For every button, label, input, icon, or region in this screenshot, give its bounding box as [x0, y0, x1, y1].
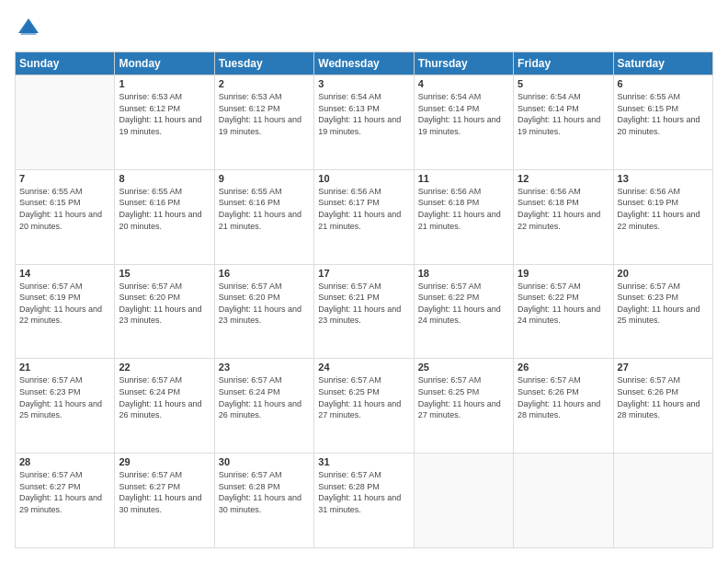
day-cell: 4Sunrise: 6:54 AM Sunset: 6:14 PM Daylig…: [414, 75, 513, 170]
day-info: Sunrise: 6:57 AM Sunset: 6:26 PM Dayligh…: [618, 374, 709, 420]
day-number: 17: [318, 268, 409, 279]
day-number: 20: [618, 268, 709, 279]
day-cell: [414, 454, 513, 548]
day-info: Sunrise: 6:57 AM Sunset: 6:21 PM Dayligh…: [318, 281, 409, 327]
day-number: 23: [219, 362, 310, 373]
day-info: Sunrise: 6:57 AM Sunset: 6:19 PM Dayligh…: [19, 281, 110, 327]
day-cell: [613, 454, 712, 548]
day-number: 21: [19, 362, 110, 373]
header: [15, 15, 713, 42]
day-info: Sunrise: 6:56 AM Sunset: 6:17 PM Dayligh…: [318, 186, 409, 232]
day-number: 4: [418, 78, 509, 89]
day-number: 1: [119, 78, 210, 89]
day-number: 22: [119, 362, 210, 373]
day-cell: 2Sunrise: 6:53 AM Sunset: 6:12 PM Daylig…: [214, 75, 313, 170]
day-number: 30: [219, 456, 310, 467]
day-info: Sunrise: 6:57 AM Sunset: 6:22 PM Dayligh…: [518, 281, 609, 327]
day-number: 6: [618, 78, 709, 89]
day-cell: 23Sunrise: 6:57 AM Sunset: 6:24 PM Dayli…: [214, 359, 313, 454]
day-info: Sunrise: 6:57 AM Sunset: 6:23 PM Dayligh…: [618, 281, 709, 327]
day-cell: 20Sunrise: 6:57 AM Sunset: 6:23 PM Dayli…: [613, 264, 712, 359]
day-cell: 8Sunrise: 6:55 AM Sunset: 6:16 PM Daylig…: [115, 169, 214, 264]
day-cell: 19Sunrise: 6:57 AM Sunset: 6:22 PM Dayli…: [514, 264, 613, 359]
day-number: 29: [119, 456, 210, 467]
day-number: 24: [318, 362, 409, 373]
day-info: Sunrise: 6:55 AM Sunset: 6:16 PM Dayligh…: [219, 186, 310, 232]
day-info: Sunrise: 6:57 AM Sunset: 6:27 PM Dayligh…: [19, 469, 110, 515]
day-info: Sunrise: 6:53 AM Sunset: 6:12 PM Dayligh…: [219, 91, 310, 137]
header-cell-monday: Monday: [115, 52, 214, 75]
day-info: Sunrise: 6:57 AM Sunset: 6:24 PM Dayligh…: [219, 374, 310, 420]
day-number: 5: [518, 78, 609, 89]
day-info: Sunrise: 6:54 AM Sunset: 6:13 PM Dayligh…: [318, 91, 409, 137]
day-cell: 17Sunrise: 6:57 AM Sunset: 6:21 PM Dayli…: [314, 264, 414, 359]
day-info: Sunrise: 6:53 AM Sunset: 6:12 PM Dayligh…: [119, 91, 210, 137]
day-cell: 21Sunrise: 6:57 AM Sunset: 6:23 PM Dayli…: [16, 359, 115, 454]
day-info: Sunrise: 6:55 AM Sunset: 6:16 PM Dayligh…: [119, 186, 210, 232]
calendar-table: SundayMondayTuesdayWednesdayThursdayFrid…: [15, 52, 713, 548]
day-info: Sunrise: 6:57 AM Sunset: 6:22 PM Dayligh…: [418, 281, 509, 327]
day-cell: 6Sunrise: 6:55 AM Sunset: 6:15 PM Daylig…: [613, 75, 712, 170]
day-info: Sunrise: 6:57 AM Sunset: 6:28 PM Dayligh…: [318, 469, 409, 515]
day-cell: 16Sunrise: 6:57 AM Sunset: 6:20 PM Dayli…: [214, 264, 313, 359]
day-number: 19: [518, 268, 609, 279]
day-info: Sunrise: 6:57 AM Sunset: 6:24 PM Dayligh…: [119, 374, 210, 420]
day-cell: 25Sunrise: 6:57 AM Sunset: 6:25 PM Dayli…: [414, 359, 513, 454]
day-cell: 14Sunrise: 6:57 AM Sunset: 6:19 PM Dayli…: [16, 264, 115, 359]
day-info: Sunrise: 6:56 AM Sunset: 6:18 PM Dayligh…: [418, 186, 509, 232]
day-number: 18: [418, 268, 509, 279]
day-number: 14: [19, 268, 110, 279]
day-cell: 3Sunrise: 6:54 AM Sunset: 6:13 PM Daylig…: [314, 75, 414, 170]
day-info: Sunrise: 6:55 AM Sunset: 6:15 PM Dayligh…: [618, 91, 709, 137]
day-cell: 1Sunrise: 6:53 AM Sunset: 6:12 PM Daylig…: [115, 75, 214, 170]
day-number: 10: [318, 173, 409, 184]
day-number: 2: [219, 78, 310, 89]
day-info: Sunrise: 6:57 AM Sunset: 6:27 PM Dayligh…: [119, 469, 210, 515]
day-cell: 28Sunrise: 6:57 AM Sunset: 6:27 PM Dayli…: [16, 454, 115, 548]
day-info: Sunrise: 6:56 AM Sunset: 6:18 PM Dayligh…: [518, 186, 609, 232]
day-info: Sunrise: 6:55 AM Sunset: 6:15 PM Dayligh…: [19, 186, 110, 232]
week-row-2: 7Sunrise: 6:55 AM Sunset: 6:15 PM Daylig…: [16, 169, 713, 264]
day-info: Sunrise: 6:57 AM Sunset: 6:23 PM Dayligh…: [19, 374, 110, 420]
day-cell: 24Sunrise: 6:57 AM Sunset: 6:25 PM Dayli…: [314, 359, 414, 454]
day-number: 15: [119, 268, 210, 279]
day-cell: 7Sunrise: 6:55 AM Sunset: 6:15 PM Daylig…: [16, 169, 115, 264]
week-row-5: 28Sunrise: 6:57 AM Sunset: 6:27 PM Dayli…: [16, 454, 713, 548]
logo-icon: [15, 15, 42, 42]
calendar-page: SundayMondayTuesdayWednesdayThursdayFrid…: [0, 0, 728, 563]
header-cell-thursday: Thursday: [414, 52, 513, 75]
day-info: Sunrise: 6:57 AM Sunset: 6:28 PM Dayligh…: [219, 469, 310, 515]
day-info: Sunrise: 6:57 AM Sunset: 6:20 PM Dayligh…: [119, 281, 210, 327]
day-number: 26: [518, 362, 609, 373]
day-info: Sunrise: 6:54 AM Sunset: 6:14 PM Dayligh…: [518, 91, 609, 137]
header-cell-wednesday: Wednesday: [314, 52, 414, 75]
day-number: 3: [318, 78, 409, 89]
day-cell: 31Sunrise: 6:57 AM Sunset: 6:28 PM Dayli…: [314, 454, 414, 548]
day-number: 11: [418, 173, 509, 184]
day-number: 7: [19, 173, 110, 184]
header-cell-friday: Friday: [514, 52, 613, 75]
day-number: 25: [418, 362, 509, 373]
day-info: Sunrise: 6:57 AM Sunset: 6:20 PM Dayligh…: [219, 281, 310, 327]
day-cell: 15Sunrise: 6:57 AM Sunset: 6:20 PM Dayli…: [115, 264, 214, 359]
day-cell: 10Sunrise: 6:56 AM Sunset: 6:17 PM Dayli…: [314, 169, 414, 264]
day-cell: 11Sunrise: 6:56 AM Sunset: 6:18 PM Dayli…: [414, 169, 513, 264]
day-cell: 29Sunrise: 6:57 AM Sunset: 6:27 PM Dayli…: [115, 454, 214, 548]
week-row-1: 1Sunrise: 6:53 AM Sunset: 6:12 PM Daylig…: [16, 75, 713, 170]
day-number: 13: [618, 173, 709, 184]
header-cell-tuesday: Tuesday: [214, 52, 313, 75]
day-cell: [514, 454, 613, 548]
logo: [15, 15, 46, 42]
header-cell-saturday: Saturday: [613, 52, 712, 75]
day-number: 16: [219, 268, 310, 279]
day-info: Sunrise: 6:57 AM Sunset: 6:26 PM Dayligh…: [518, 374, 609, 420]
day-cell: 5Sunrise: 6:54 AM Sunset: 6:14 PM Daylig…: [514, 75, 613, 170]
day-cell: 30Sunrise: 6:57 AM Sunset: 6:28 PM Dayli…: [214, 454, 313, 548]
day-info: Sunrise: 6:54 AM Sunset: 6:14 PM Dayligh…: [418, 91, 509, 137]
day-cell: 9Sunrise: 6:55 AM Sunset: 6:16 PM Daylig…: [214, 169, 313, 264]
header-row: SundayMondayTuesdayWednesdayThursdayFrid…: [16, 52, 713, 75]
day-number: 12: [518, 173, 609, 184]
day-cell: 12Sunrise: 6:56 AM Sunset: 6:18 PM Dayli…: [514, 169, 613, 264]
day-cell: 27Sunrise: 6:57 AM Sunset: 6:26 PM Dayli…: [613, 359, 712, 454]
day-cell: 22Sunrise: 6:57 AM Sunset: 6:24 PM Dayli…: [115, 359, 214, 454]
